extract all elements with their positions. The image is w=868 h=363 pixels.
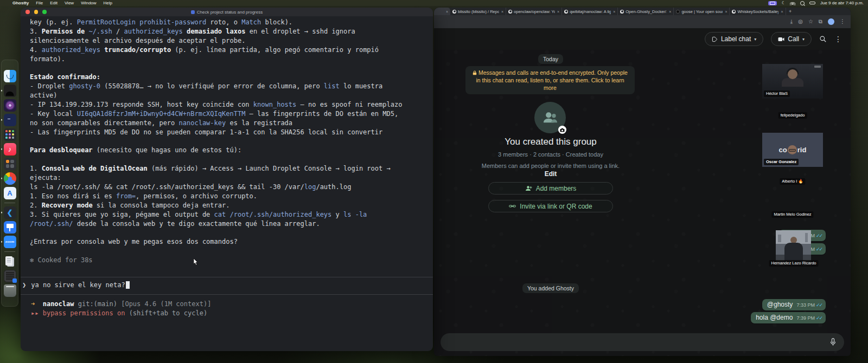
whatsapp-chat-header: Label chat ▾ Call ▾ ⋮ bbox=[434, 28, 851, 50]
tab-close-icon[interactable]: × bbox=[446, 10, 448, 14]
menu-file[interactable]: File bbox=[36, 1, 43, 5]
prompt-divider-top bbox=[21, 277, 433, 277]
terminal-status-1: ➜ nanoclaw git:(main) [Opus 4.6 (1M cont… bbox=[31, 300, 211, 308]
dock-item-keynote[interactable] bbox=[4, 221, 16, 234]
video-tile-oscar[interactable]: corid Oscar Gonzalez bbox=[762, 133, 823, 167]
more-menu-icon[interactable]: ⋮ bbox=[840, 19, 845, 24]
message-input-bar[interactable] bbox=[441, 333, 844, 351]
browser-tab[interactable]: goose | Your open source AI× bbox=[674, 8, 730, 15]
control-center-icon[interactable] bbox=[809, 2, 815, 4]
browser-toolbar: ⤓ ◎ ☆ ⧉ ⋮ bbox=[434, 15, 851, 28]
browser-tab[interactable]: WhiskeySockets/Baileys: Soc× bbox=[730, 8, 786, 15]
video-tile-hector[interactable]: Héctor BlaS bbox=[762, 64, 823, 99]
label-tag-icon bbox=[712, 36, 718, 42]
tab-close-icon[interactable]: × bbox=[781, 10, 783, 14]
prompt-symbol: ❯ bbox=[22, 281, 26, 289]
dock-item-contacts[interactable] bbox=[4, 85, 16, 97]
tab-close-icon[interactable]: × bbox=[501, 10, 503, 14]
wifi-icon[interactable] bbox=[790, 1, 795, 5]
menu-edit[interactable]: Edit bbox=[50, 1, 58, 5]
browser-tab[interactable]: × bbox=[434, 8, 450, 15]
zoom-button[interactable] bbox=[42, 10, 47, 14]
terminal-titlebar[interactable] bbox=[21, 8, 433, 16]
close-button[interactable] bbox=[25, 10, 30, 14]
group-meta: 3 members · 2 contacts · Created today bbox=[434, 151, 667, 158]
screen-share-indicator-icon[interactable] bbox=[768, 1, 777, 5]
add-members-button[interactable]: Add members bbox=[488, 182, 613, 195]
lock-icon bbox=[473, 70, 477, 75]
menu-app-name[interactable]: Ghostty bbox=[12, 1, 29, 5]
focus-moon-icon[interactable]: ☾ bbox=[782, 1, 786, 5]
dock-item-finder[interactable] bbox=[4, 70, 16, 82]
participant-name: Hernandez Lazo Ricardo bbox=[769, 260, 819, 267]
goose-favicon bbox=[676, 10, 680, 14]
dock-item-launchpad[interactable] bbox=[4, 128, 16, 141]
new-tab-button[interactable]: + bbox=[786, 8, 795, 15]
dock-divider bbox=[4, 251, 15, 252]
dock-item-calculator[interactable] bbox=[4, 158, 16, 170]
chevron-down-icon: ▾ bbox=[802, 37, 805, 42]
dock-item-vscode[interactable]: ❮ bbox=[4, 206, 16, 219]
terminal-window: Check project status and progress key (p… bbox=[21, 8, 433, 351]
date-divider: Today bbox=[434, 54, 667, 64]
tab-close-icon[interactable]: × bbox=[725, 10, 727, 14]
github-favicon bbox=[732, 10, 736, 14]
dock-item-music[interactable]: ♪ bbox=[4, 143, 16, 155]
participant-name: Héctor BlaS bbox=[764, 90, 790, 97]
lens-icon[interactable]: ◎ bbox=[798, 19, 803, 24]
tab-close-icon[interactable]: × bbox=[557, 10, 559, 14]
browser-tab[interactable]: Open-Ghosty_Docker/.env.e× bbox=[618, 8, 674, 15]
profile-avatar[interactable] bbox=[828, 18, 834, 25]
dock-item-minimized-window[interactable] bbox=[4, 270, 16, 282]
group-note: Members can add people or invite them us… bbox=[434, 163, 667, 169]
dock-item-tor-browser[interactable] bbox=[4, 99, 16, 112]
dock-item-trash[interactable] bbox=[4, 284, 16, 297]
invite-link-button[interactable]: Invite via link or QR code bbox=[488, 200, 613, 212]
encryption-notice[interactable]: Messages and calls are end-to-end encryp… bbox=[465, 66, 635, 94]
chat-menu-icon[interactable]: ⋮ bbox=[834, 35, 842, 43]
browser-tab[interactable]: blissito (blissito) / Repositori× bbox=[450, 8, 506, 15]
search-icon[interactable] bbox=[819, 35, 827, 43]
browser-tab[interactable]: qwibitaj/nanoclaw: A lightwei× bbox=[562, 8, 618, 15]
menu-view[interactable]: View bbox=[65, 1, 74, 5]
spotlight-search-icon[interactable] bbox=[800, 1, 805, 5]
person-add-icon bbox=[525, 185, 532, 191]
whatsapp-page: Label chat ▾ Call ▾ ⋮ PM✓✓ PM✓✓ Today Me… bbox=[434, 28, 851, 356]
terminal-status-2: ▸▸ bypass permissions on (shift+tab to c… bbox=[31, 309, 207, 317]
browser-window: ×blissito (blissito) / Repositori×opencl… bbox=[434, 8, 851, 356]
mic-icon[interactable] bbox=[829, 338, 837, 346]
participant-name: Alberto I 🔥 bbox=[780, 178, 805, 185]
edit-button[interactable]: Edit bbox=[434, 170, 667, 178]
tab-label: qwibitaj/nanoclaw: A lightwei bbox=[570, 9, 611, 14]
dock-item-zoom[interactable]: zoom bbox=[4, 236, 16, 248]
participant-name: Martin Melo Godinez bbox=[771, 211, 813, 218]
terminal-prompt[interactable]: ❯ya no sirve el key neta? bbox=[22, 281, 130, 289]
tab-label: blissito (blissito) / Repositori bbox=[458, 9, 499, 14]
send-to-device-icon[interactable]: ⤓ bbox=[790, 19, 793, 24]
dock-item-app-store[interactable]: A bbox=[4, 187, 16, 199]
participant-name: felipedelgado bbox=[778, 112, 807, 119]
label-chat-button[interactable]: Label chat ▾ bbox=[705, 32, 763, 46]
tab-close-icon[interactable]: × bbox=[613, 10, 615, 14]
tab-label: openclaw/openclaw: Your ow bbox=[514, 9, 555, 14]
change-photo-camera-icon[interactable] bbox=[558, 126, 566, 134]
participant-name: Oscar Gonzalez bbox=[764, 159, 799, 165]
github-favicon bbox=[452, 10, 456, 14]
tab-close-icon[interactable]: × bbox=[669, 10, 671, 14]
bookmark-star-icon[interactable]: ☆ bbox=[808, 19, 813, 24]
call-button[interactable]: Call ▾ bbox=[771, 32, 812, 46]
tab-label: WhiskeySockets/Baileys: Soc bbox=[737, 9, 778, 14]
dock-item-chrome[interactable] bbox=[4, 172, 16, 185]
tab-groups-icon[interactable]: ⧉ bbox=[819, 19, 822, 24]
dock-item-ghostty[interactable] bbox=[4, 114, 16, 126]
menu-window[interactable]: Window bbox=[81, 1, 96, 5]
menu-help[interactable]: Help bbox=[104, 1, 112, 5]
browser-tab[interactable]: openclaw/openclaw: Your ow× bbox=[506, 8, 562, 15]
prompt-input-text: ya no sirve el key neta? bbox=[31, 281, 125, 289]
video-call-strip: Héctor BlaS felipedelgado corid Oscar Go… bbox=[762, 28, 823, 356]
minimize-button[interactable] bbox=[34, 10, 39, 14]
menu-clock[interactable]: Jue 9 de abr 7:40 p.m. bbox=[820, 1, 864, 5]
chevron-down-icon: ▾ bbox=[754, 37, 756, 42]
dock-item-documents[interactable] bbox=[4, 255, 16, 268]
group-created-title: You created this group bbox=[434, 137, 667, 147]
